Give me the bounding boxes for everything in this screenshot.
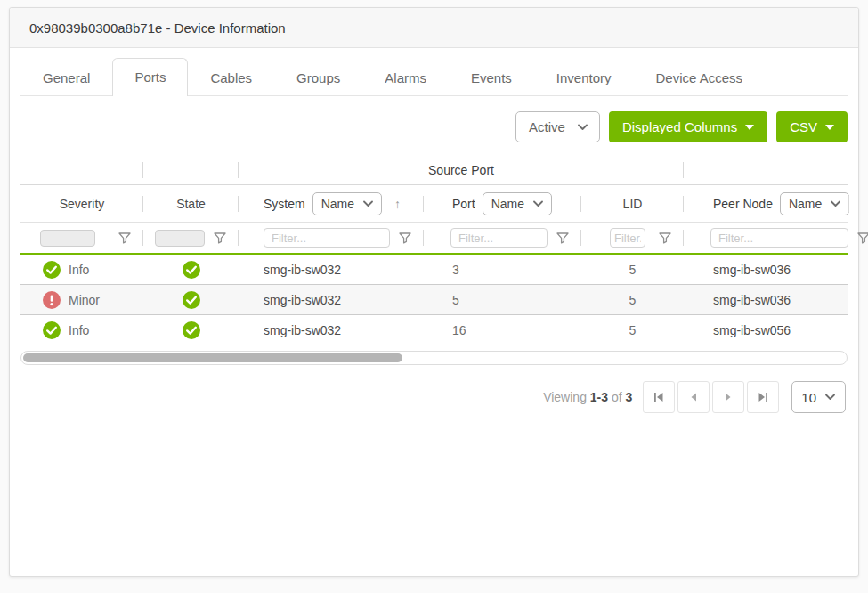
table-row[interactable]: Info smg-ib-sw032 16 5 smg-ib-sw056 [20,315,848,345]
filter-cell-port [424,223,581,253]
filter-funnel-icon[interactable] [399,232,411,244]
severity-filter-select[interactable] [40,230,95,247]
system-cell: smg-ib-sw032 [239,285,424,314]
tab-ports[interactable]: Ports [112,58,188,96]
system-cell: smg-ib-sw032 [239,255,424,284]
port-cell: 16 [424,315,581,345]
chevron-down-icon [831,200,840,207]
filter-cell-lid [581,223,684,253]
tab-groups[interactable]: Groups [274,59,362,96]
horizontal-scrollbar[interactable] [20,351,848,365]
group-state [143,155,239,184]
peer-node-filter-input[interactable] [710,228,848,248]
tab-cables[interactable]: Cables [188,59,274,96]
filter-cell-state [143,223,239,253]
tab-events[interactable]: Events [449,59,534,96]
last-page-button[interactable] [747,381,779,413]
port-filter-input[interactable] [450,228,548,248]
check-circle-icon [43,261,61,279]
caret-down-icon [745,125,754,130]
first-page-button[interactable] [643,381,675,413]
column-header-state[interactable]: State [143,185,239,222]
first-page-icon [653,392,664,402]
state-cell [143,315,239,345]
lid-cell: 5 [581,315,684,345]
tab-general[interactable]: General [20,59,112,96]
last-page-icon [758,392,768,402]
peer-node-cell: smg-ib-sw036 [684,255,848,284]
peer-node-name-select[interactable]: Name [780,192,849,215]
chevron-down-icon [363,200,373,207]
filter-funnel-icon[interactable] [214,232,226,244]
chevron-down-icon [533,200,543,207]
lid-cell: 5 [581,255,684,284]
filter-funnel-icon[interactable] [118,232,131,244]
next-page-button[interactable] [712,381,744,413]
peer-node-cell: smg-ib-sw056 [684,315,848,345]
lid-filter-input[interactable] [610,228,645,248]
caret-down-icon [825,125,834,130]
pagination-bar: Viewing 1-3 of 3 [20,381,848,413]
page-size-select[interactable]: 10 [791,381,846,413]
filter-cell-peer-node [684,223,868,253]
state-cell [143,285,239,314]
state-filter-select[interactable] [155,230,205,247]
severity-cell: Info [20,315,143,345]
screen: 0x98039b0300a8b71e - Device Information … [0,0,868,593]
table-toolbar: Active Displayed Columns CSV [20,111,848,142]
tab-bar: General Ports Cables Groups Alarms Event… [20,57,848,96]
previous-page-icon [690,393,697,402]
column-header-system[interactable]: System Name ↑ [239,185,424,222]
system-filter-input[interactable] [264,228,390,248]
group-peer-node [684,155,848,184]
column-header-peer-node[interactable]: Peer Node Name [684,185,849,222]
table-group-header-row: Source Port [20,155,848,184]
column-header-severity[interactable]: Severity [20,185,143,222]
device-information-window: 0x98039b0300a8b71e - Device Information … [9,7,859,577]
filter-cell-system [239,223,424,253]
sort-asc-icon[interactable]: ↑ [394,197,401,211]
ports-table: Source Port Severity State System [20,155,848,365]
chevron-down-icon [825,394,836,401]
displayed-columns-button[interactable]: Displayed Columns [609,111,767,142]
filter-funnel-icon[interactable] [659,232,671,244]
port-name-select[interactable]: Name [483,192,552,215]
table-row[interactable]: Info smg-ib-sw032 3 5 smg-ib-sw036 [20,255,848,285]
state-cell [143,255,239,284]
column-header-port[interactable]: Port Name [424,185,581,222]
group-severity [20,155,143,184]
column-header-lid[interactable]: LID [581,185,684,222]
chevron-down-icon [578,124,588,131]
port-cell: 5 [424,285,581,314]
table-row[interactable]: Minor smg-ib-sw032 5 5 smg-ib-sw036 [20,285,848,315]
severity-cell: Minor [20,285,143,314]
next-page-icon [725,393,732,402]
peer-node-cell: smg-ib-sw036 [684,285,848,314]
filter-funnel-icon[interactable] [857,232,868,244]
filter-cell-severity [20,223,143,253]
tab-inventory[interactable]: Inventory [534,59,634,96]
system-name-select[interactable]: Name [312,192,382,215]
check-circle-icon [183,261,200,279]
table-filter-row [20,222,848,253]
horizontal-scrollbar-thumb[interactable] [23,353,402,362]
filter-funnel-icon[interactable] [556,232,569,244]
check-circle-icon [183,321,200,339]
window-title: 0x98039b0300a8b71e - Device Information [10,8,858,48]
severity-cell: Info [20,255,143,284]
port-state-select[interactable]: Active [515,111,600,142]
exclamation-circle-icon [43,291,61,309]
check-circle-icon [43,321,61,339]
port-state-select-value: Active [529,119,565,134]
tab-device-access[interactable]: Device Access [634,59,766,96]
system-cell: smg-ib-sw032 [239,315,424,345]
group-source-port: Source Port [239,155,684,184]
table-header-row: Severity State System Name ↑ Po [20,184,848,222]
port-cell: 3 [424,255,581,284]
previous-page-button[interactable] [677,381,710,413]
check-circle-icon [183,291,200,309]
pagination-status: Viewing 1-3 of 3 [543,390,632,404]
lid-cell: 5 [581,285,684,314]
tab-alarms[interactable]: Alarms [362,59,449,96]
csv-button[interactable]: CSV [776,111,848,142]
